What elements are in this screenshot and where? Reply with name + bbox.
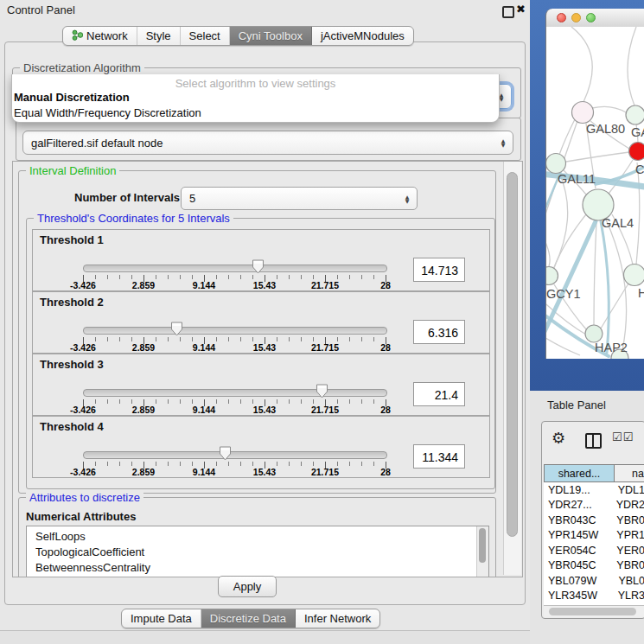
minimize-traffic-light-icon[interactable]	[571, 13, 581, 22]
node-right[interactable]	[624, 265, 644, 286]
table-row[interactable]: YPR145WYPR1	[544, 528, 644, 544]
scrollbar-thumb[interactable]	[549, 608, 636, 615]
tab-label: Infer Network	[304, 612, 371, 625]
slider-track[interactable]	[83, 389, 387, 397]
table-panel: ⚙ ☑☑ shared... na YDL19...YDL1YDR27...YD…	[541, 421, 644, 619]
node-hap2[interactable]	[585, 325, 603, 342]
table-row[interactable]: YER054CYER0	[544, 543, 644, 558]
node-gal11[interactable]	[546, 154, 566, 174]
minor-tick	[119, 275, 120, 279]
settings-vertical-scrollbar[interactable]	[503, 162, 521, 575]
interval-definition-legend: Interval Definition	[26, 164, 119, 177]
slider-thumb[interactable]	[252, 259, 265, 274]
close-traffic-light-icon[interactable]	[557, 13, 566, 22]
tab-jactivemnodules[interactable]: jActiveMNodules	[312, 27, 413, 45]
node-red[interactable]	[629, 143, 644, 161]
zoom-traffic-light-icon[interactable]	[586, 13, 596, 22]
gear-icon[interactable]: ⚙	[552, 429, 565, 447]
minor-tick	[192, 275, 193, 279]
column-layout-icon[interactable]	[585, 433, 602, 449]
scrollbar-thumb[interactable]	[479, 528, 486, 563]
slider-thumb[interactable]	[219, 446, 232, 461]
table-row[interactable]: YBR045CYBR0	[544, 558, 644, 574]
minor-tick	[107, 399, 108, 404]
tab-infer-network[interactable]: Infer Network	[296, 609, 379, 628]
minor-tick	[289, 275, 290, 279]
table-row[interactable]: YDL19...YDL1	[544, 482, 644, 498]
tick-label: -3.426	[70, 405, 96, 415]
slider-track[interactable]	[83, 451, 387, 459]
attribute-item[interactable]: SelfLoops	[27, 529, 488, 545]
float-window-icon[interactable]	[502, 6, 514, 18]
network-view-canvas[interactable]: GAL80GACGAL11GAL4GCY1HHAP2	[545, 27, 644, 359]
threshold-value-field[interactable]: 11.344	[413, 444, 465, 469]
slider-thumb[interactable]	[316, 384, 328, 399]
attributes-group: Attributes to discretize Numerical Attri…	[18, 497, 496, 577]
network-edge	[546, 216, 550, 266]
column-header-name[interactable]: na	[614, 464, 644, 482]
scrollbar-thumb[interactable]	[507, 172, 518, 537]
minor-tick	[361, 462, 362, 466]
minor-tick	[168, 462, 169, 466]
popup-item-equal-width-frequency-discretization[interactable]: Equal Width/Frequency Discretization	[12, 105, 499, 121]
slider-track[interactable]	[83, 327, 387, 335]
numerical-attributes-list[interactable]: SelfLoopsTopologicalCoefficientBetweenne…	[26, 526, 489, 577]
table-data-combobox[interactable]: galFiltered.sif default node ▲▼	[22, 131, 513, 155]
tick-label: 28	[380, 467, 391, 477]
tab-impute-data[interactable]: Impute Data	[122, 609, 201, 628]
node-gcy1[interactable]	[546, 267, 558, 285]
minor-tick	[119, 337, 120, 341]
popup-item-manual-discretization[interactable]: Manual Discretization	[12, 90, 499, 105]
minor-tick	[277, 275, 277, 279]
network-window-titlebar[interactable]	[545, 9, 644, 28]
column-header-shared-name[interactable]: shared...	[544, 464, 615, 482]
attributes-scrollbar[interactable]	[476, 526, 488, 577]
node-green-top[interactable]	[626, 105, 644, 124]
attribute-item[interactable]: BetweennessCentrality	[27, 560, 488, 576]
threshold-value-field[interactable]: 6.316	[413, 320, 465, 344]
network-edge	[566, 152, 629, 162]
tab-discretize-data[interactable]: Discretize Data	[201, 609, 296, 628]
tick-label: 28	[380, 405, 391, 415]
table-horizontal-scrollbar[interactable]	[544, 605, 644, 617]
minor-tick	[240, 399, 241, 404]
node-label: H	[638, 286, 644, 300]
table-row[interactable]: YBR043CYBR0	[544, 513, 644, 528]
minor-tick	[289, 462, 290, 466]
table-row[interactable]: YBL079WYBL0	[544, 573, 644, 589]
popup-placeholder-item[interactable]: Select algorithm to view settings	[12, 74, 499, 90]
tab-style[interactable]: Style	[137, 27, 181, 45]
minor-tick	[313, 275, 314, 279]
node-label: HAP2	[595, 341, 628, 354]
minor-tick	[252, 399, 253, 404]
minor-tick	[95, 462, 96, 466]
tab-label: Style	[146, 29, 171, 42]
tick-label: 2.859	[132, 467, 155, 477]
minor-tick	[95, 275, 96, 279]
threshold-value-field[interactable]: 14.713	[413, 258, 465, 282]
apply-button[interactable]: Apply	[218, 576, 277, 597]
minor-tick	[228, 337, 229, 341]
minor-tick	[373, 462, 374, 466]
table-row[interactable]: YLR345WYLR3	[544, 589, 644, 604]
stepper-arrows-icon: ▲▼	[497, 138, 513, 147]
tab-select[interactable]: Select	[181, 27, 230, 45]
tab-cyni-toolbox[interactable]: Cyni Toolbox	[230, 27, 312, 45]
minor-tick	[313, 337, 314, 341]
table-row[interactable]: YDR27...YDR2	[544, 498, 644, 513]
node-gal80[interactable]	[572, 102, 594, 124]
cell-shared-name: YDL19...	[544, 484, 612, 496]
slider-track[interactable]	[83, 265, 387, 272]
threshold-value-field[interactable]: 21.4	[413, 382, 465, 406]
slider-thumb[interactable]	[170, 322, 183, 336]
tab-network[interactable]: Network	[63, 27, 137, 45]
minor-tick	[180, 399, 181, 404]
minor-tick	[119, 399, 120, 404]
close-icon[interactable]: ✖	[516, 3, 526, 16]
threshold-label: Threshold 4	[40, 420, 104, 433]
node-label: GAL4	[602, 216, 634, 230]
attribute-item[interactable]: TopologicalCoefficient	[27, 545, 488, 560]
tab-label: Impute Data	[131, 612, 192, 625]
select-columns-icon[interactable]: ☑☑	[612, 430, 634, 443]
number-of-intervals-combobox[interactable]: 5 ▲▼	[181, 187, 418, 210]
